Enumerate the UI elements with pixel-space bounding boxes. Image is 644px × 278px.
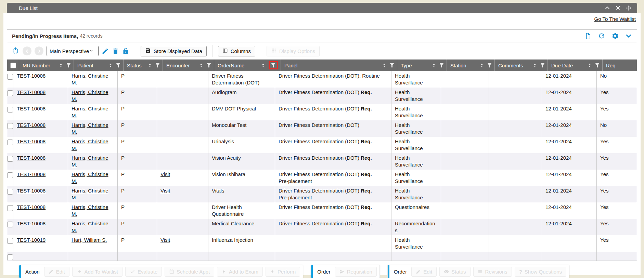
refresh-icon[interactable]: [598, 32, 605, 40]
cell-ordername: Vitals: [208, 186, 275, 202]
patient-link[interactable]: Harris, Christine M.: [72, 204, 108, 217]
cell-mr-number: TEST-10008: [13, 202, 68, 219]
row-checkbox[interactable]: [7, 107, 13, 112]
row-checkbox[interactable]: [7, 238, 13, 244]
filter-icon[interactable]: [155, 63, 160, 68]
row-checkbox[interactable]: [7, 156, 13, 162]
mr-link[interactable]: TEST-10008: [17, 155, 46, 161]
sort-icon[interactable]: [587, 63, 592, 68]
patient-link[interactable]: Harris, Christine M.: [72, 122, 108, 135]
row-checkbox[interactable]: [7, 189, 13, 195]
sort-icon[interactable]: [532, 63, 537, 68]
settings-icon[interactable]: [611, 32, 619, 40]
mr-link[interactable]: TEST-10008: [17, 89, 46, 95]
filter-icon[interactable]: [66, 63, 71, 68]
perspective-select[interactable]: Main Perspective: [47, 46, 99, 56]
patient-link[interactable]: Harris, Christine M.: [72, 106, 108, 118]
filter-icon[interactable]: [487, 63, 492, 68]
patient-link[interactable]: Harris, Christine M.: [72, 89, 108, 102]
row-select-cell: [7, 71, 13, 88]
mr-link[interactable]: TEST-10008: [17, 122, 46, 128]
patient-link[interactable]: Harris, Christine M.: [72, 73, 108, 85]
edit-button: Edit: [44, 267, 69, 277]
filter-icon[interactable]: [207, 63, 211, 68]
filter-icon[interactable]: [271, 63, 275, 68]
edit-perspective-icon[interactable]: [102, 48, 109, 55]
row-checkbox[interactable]: [7, 74, 13, 80]
filter-icon[interactable]: [439, 63, 444, 68]
cell-ordername: Vision Ishihara: [208, 170, 275, 186]
row-checkbox[interactable]: [7, 140, 13, 145]
header-icons: [429, 63, 444, 68]
row-checkbox[interactable]: [7, 222, 13, 227]
patient-link[interactable]: Harris, Christine M.: [72, 221, 108, 233]
panel-req-flag: Req.: [359, 138, 372, 144]
cell-due-date: 12-01-2024: [542, 88, 596, 104]
next-perspective-button[interactable]: [35, 47, 43, 55]
cell-panel: Driver Fitness Determination (DOT) Req.: [275, 153, 391, 170]
mr-link[interactable]: TEST-10019: [17, 237, 46, 243]
row-checkbox[interactable]: [7, 172, 13, 178]
cell-panel: Driver Fitness Determination (DOT): [275, 120, 391, 137]
previous-perspective-button[interactable]: [23, 47, 31, 55]
waitlist-row: Go To The Waitlist: [3, 13, 641, 25]
select-all-checkbox[interactable]: [10, 63, 16, 68]
close-icon[interactable]: [615, 5, 621, 11]
row-checkbox[interactable]: [7, 123, 13, 129]
sort-icon[interactable]: [108, 63, 113, 68]
row-checkbox[interactable]: [7, 254, 13, 260]
sort-icon[interactable]: [432, 63, 436, 68]
store-displayed-data-button[interactable]: Store Displayed Data: [141, 46, 207, 56]
table-row: [7, 252, 637, 261]
cell-due-date: [542, 252, 596, 261]
undo-icon[interactable]: [11, 47, 20, 55]
cell-req: Yes: [596, 137, 631, 153]
go-to-waitlist-link[interactable]: Go To The Waitlist: [594, 16, 636, 22]
sort-icon[interactable]: [479, 63, 484, 68]
new-file-icon[interactable]: [584, 32, 592, 40]
collapse-icon[interactable]: [605, 5, 610, 11]
cell-station: [441, 252, 489, 261]
patient-link[interactable]: Harris, Christine M.: [72, 171, 108, 184]
button-label: Add To Waitlist: [85, 269, 118, 275]
titlebar[interactable]: Due List: [7, 3, 637, 13]
patient-link[interactable]: Harris, Christine M.: [72, 155, 108, 168]
encounter-link[interactable]: Visit: [160, 171, 170, 177]
row-checkbox[interactable]: [7, 205, 13, 211]
table-row: TEST-10008Harris, Christine M.PVisitVisi…: [7, 170, 637, 186]
columns-button[interactable]: Columns: [218, 46, 255, 56]
move-icon[interactable]: [626, 5, 632, 11]
grid-toolbar: Main Perspective Store Displayed Data Co…: [7, 42, 637, 59]
filter-icon[interactable]: [116, 63, 120, 68]
cell-mr-number: TEST-10008: [13, 137, 68, 153]
mr-link[interactable]: TEST-10008: [17, 106, 46, 111]
sort-icon[interactable]: [59, 63, 63, 68]
sort-icon[interactable]: [382, 63, 387, 68]
patient-link[interactable]: Harris, Christine M.: [72, 188, 108, 200]
mr-link[interactable]: TEST-10008: [17, 204, 46, 210]
cell-ordername: Monocular Test: [208, 120, 275, 137]
filter-icon[interactable]: [540, 63, 545, 68]
lock-perspective-icon[interactable]: [122, 48, 129, 55]
mr-link[interactable]: TEST-10008: [17, 188, 46, 194]
encounter-link[interactable]: Visit: [160, 188, 170, 194]
delete-perspective-icon[interactable]: [112, 48, 119, 55]
filter-icon[interactable]: [595, 63, 600, 68]
chevron-down-icon[interactable]: [625, 32, 632, 39]
patient-link[interactable]: Hart, William S.: [72, 237, 107, 243]
filter-icon[interactable]: [390, 63, 394, 68]
evaluate-button: Evaluate: [125, 267, 162, 277]
mr-link[interactable]: TEST-10008: [17, 73, 46, 79]
mr-link[interactable]: TEST-10008: [17, 138, 46, 144]
sort-icon[interactable]: [147, 63, 152, 68]
cell-patient: Harris, Christine M.: [68, 186, 117, 202]
display-options-button: Display Options: [267, 46, 320, 56]
cell-status: P: [117, 153, 157, 170]
encounter-link[interactable]: Visit: [160, 237, 170, 243]
mr-link[interactable]: TEST-10008: [17, 171, 46, 177]
patient-link[interactable]: Harris, Christine M.: [72, 138, 108, 151]
sort-icon[interactable]: [199, 63, 204, 68]
mr-link[interactable]: TEST-10008: [17, 221, 46, 226]
sort-icon[interactable]: [261, 63, 266, 68]
row-checkbox[interactable]: [7, 90, 13, 96]
